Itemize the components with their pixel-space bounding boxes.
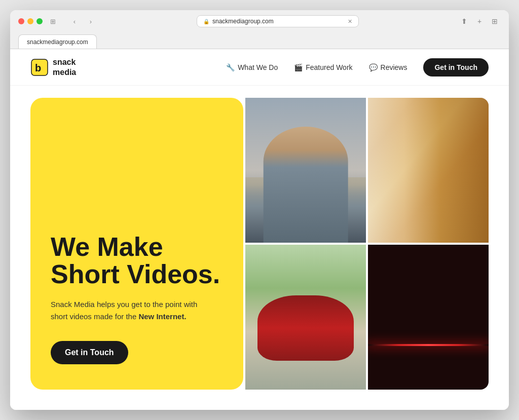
browser-nav: ‹ › [68,16,97,26]
nav-reviews[interactable]: 💬 Reviews [369,63,407,71]
traffic-lights [18,18,43,24]
hero-image-dark [368,245,489,390]
nav-links: 🔧 What We Do 🎬 Featured Work 💬 Reviews G… [226,58,489,77]
tab-title: snackmediagroup.com [27,39,88,46]
nav-what-we-do[interactable]: 🔧 What We Do [226,63,278,71]
share-button[interactable]: ⬆ [458,15,470,27]
back-button[interactable]: ‹ [68,16,81,26]
new-tab-button[interactable]: + [473,15,486,27]
maximize-button[interactable] [36,18,43,24]
active-tab[interactable]: snackmediagroup.com [18,34,97,49]
browser-window: ⊞ ‹ › 🔒 snackmediagroup.com ✕ ⬆ + ⊞ snac… [10,10,509,409]
address-bar[interactable]: 🔒 snackmediagroup.com ✕ [197,15,359,27]
film-icon: 🎬 [294,63,303,71]
hero-section: We Make Short Videos. Snack Media helps … [10,86,509,410]
logo-icon: b [30,58,49,77]
grid-button[interactable]: ⊞ [489,15,501,27]
nav-cta-button[interactable]: Get in Touch [423,58,489,77]
logo-text: snack media [53,57,76,77]
hero-left-panel: We Make Short Videos. Snack Media helps … [30,98,243,390]
hero-image-car [245,245,366,390]
hero-image-grid [245,98,489,390]
tab-bar: snackmediagroup.com [18,32,501,49]
browser-actions: ⬆ + ⊞ [458,15,501,27]
lock-icon: 🔒 [203,19,209,24]
svg-text:b: b [35,62,41,73]
hero-image-office [368,98,489,243]
website-content: b snack media 🔧 What We Do 🎬 Featured Wo… [10,49,509,409]
url-text: snackmediagroup.com [212,18,274,25]
hero-image-man [245,98,366,243]
close-tab-button[interactable]: ✕ [348,18,352,25]
man-figure [264,127,348,243]
address-bar-area: 🔒 snackmediagroup.com ✕ [102,15,453,27]
nav-featured-work[interactable]: 🎬 Featured Work [294,63,352,71]
forward-button[interactable]: › [84,16,97,26]
hero-headline: We Make Short Videos. [51,233,223,288]
navbar: b snack media 🔧 What We Do 🎬 Featured Wo… [10,49,509,85]
chat-icon: 💬 [369,63,378,71]
close-button[interactable] [18,18,24,24]
wrench-icon: 🔧 [226,63,235,71]
hero-cta-button[interactable]: Get in Touch [51,341,128,364]
browser-chrome: ⊞ ‹ › 🔒 snackmediagroup.com ✕ ⬆ + ⊞ snac… [10,10,509,49]
hero-subtext: Snack Media helps you get to the point w… [51,298,213,323]
logo[interactable]: b snack media [30,57,76,77]
minimize-button[interactable] [27,18,33,24]
window-layout-icon[interactable]: ⊞ [48,17,58,25]
